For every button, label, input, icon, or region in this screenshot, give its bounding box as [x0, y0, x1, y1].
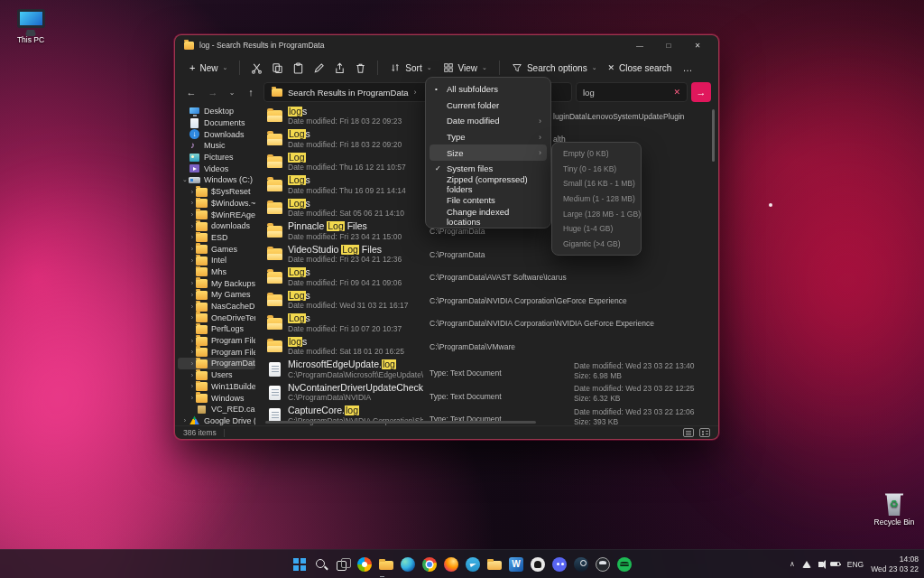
sidebar-item[interactable]: › Windows	[178, 392, 255, 404]
title-bar[interactable]: log - Search Results in ProgramData — □ …	[175, 35, 718, 55]
recycle-bin-desktop-icon[interactable]: ♻ Recycle Bin	[866, 493, 922, 527]
back-button[interactable]: ←	[182, 83, 200, 101]
sidebar-item[interactable]: Desktop	[178, 106, 255, 117]
expander-icon[interactable]: ›	[189, 246, 196, 252]
sidebar-item[interactable]: › Users	[178, 369, 255, 381]
expander-icon[interactable]: ›	[189, 314, 196, 321]
vertical-scrollbar[interactable]	[712, 109, 715, 162]
sort-button[interactable]: Sort ⌄	[384, 57, 437, 79]
result-row[interactable]: VideoStudio Log Files Date modified: Fri…	[258, 243, 718, 266]
task-view-icon[interactable]	[333, 555, 353, 574]
search-go-button[interactable]: →	[691, 82, 711, 102]
recent-locations-button[interactable]: ⌄	[226, 83, 238, 101]
copy-button[interactable]	[267, 58, 288, 79]
close-button[interactable]: ✕	[686, 36, 709, 54]
forward-button[interactable]: →	[204, 83, 222, 101]
sidebar-item[interactable]: PerfLogs	[178, 323, 255, 335]
sidebar-item[interactable]: Documents	[178, 117, 255, 129]
share-button[interactable]	[329, 58, 350, 79]
result-row[interactable]: NvContainerDriverUpdateCheck.log C:\Prog…	[258, 381, 718, 405]
expander-icon[interactable]: ›	[189, 395, 196, 401]
see-more-button[interactable]: …	[677, 62, 698, 73]
expander-icon[interactable]: ›	[189, 360, 196, 367]
expander-icon[interactable]: ›	[189, 257, 196, 264]
expander-icon[interactable]: ›	[189, 383, 196, 389]
sidebar-item[interactable]: › Program Files (x8	[178, 346, 255, 358]
sidebar-item[interactable]: › Games	[178, 243, 255, 255]
sidebar-item[interactable]: › My Backups	[178, 277, 255, 289]
menu-item[interactable]: Current folder	[430, 98, 547, 114]
battery-icon[interactable]	[830, 562, 840, 567]
sidebar-item[interactable]: VC_RED.cab	[178, 404, 255, 415]
obs-icon[interactable]	[593, 555, 613, 574]
sidebar-item[interactable]: › OneDriveTemp	[178, 312, 255, 323]
discord-icon[interactable]	[550, 555, 569, 574]
file-explorer-icon[interactable]	[376, 555, 396, 574]
up-button[interactable]: ↑	[242, 83, 260, 101]
menu-item[interactable]: Type ›	[430, 129, 547, 145]
size-filter-item[interactable]: Medium (1 - 128 MB)	[556, 191, 637, 207]
result-row[interactable]: Logs Date modified: Fri 09 04 21 09:06 C…	[258, 266, 718, 290]
wifi-icon[interactable]	[802, 561, 811, 568]
telegram-icon[interactable]	[463, 555, 483, 574]
size-filter-item[interactable]: Huge (1-4 GB)	[556, 221, 637, 237]
menu-item[interactable]: Date modified ›	[430, 113, 547, 129]
sidebar-item[interactable]: › Intel	[178, 255, 255, 266]
sidebar-item[interactable]: Music	[178, 140, 255, 152]
result-row[interactable]: logs Date modified: Sat 18 01 20 16:25 C…	[258, 335, 718, 359]
expander-icon[interactable]: ›	[189, 303, 196, 310]
close-search-button[interactable]: ✕ Close search	[603, 57, 678, 79]
chrome-icon[interactable]	[420, 555, 439, 574]
volume-icon[interactable]	[818, 562, 823, 567]
search-options-button[interactable]: Search options ⌄	[506, 57, 603, 79]
sidebar-item[interactable]: › NasCacheDirecto	[178, 301, 255, 312]
view-button[interactable]: View ⌄	[438, 57, 493, 79]
size-filter-item[interactable]: Empty (0 KB)	[556, 146, 637, 162]
cut-button[interactable]	[246, 58, 267, 79]
sidebar-item[interactable]: › $WinREAgent	[178, 209, 255, 220]
expander-icon[interactable]: ⌄	[181, 176, 189, 183]
size-filter-item[interactable]: Tiny (0 - 16 KB)	[556, 162, 637, 177]
result-row[interactable]: Logs Date modified: Wed 31 03 21 16:17 C…	[258, 289, 718, 312]
sidebar-item[interactable]: Pictures	[178, 152, 255, 163]
expander-icon[interactable]: ›	[189, 189, 196, 195]
this-pc-desktop-icon[interactable]: This PC	[2, 9, 60, 44]
spotify-icon[interactable]	[614, 555, 634, 574]
result-row[interactable]: Logs Date modified: Fri 10 07 20 10:37 C…	[258, 312, 718, 336]
expander-icon[interactable]: ›	[189, 338, 196, 344]
expander-icon[interactable]: ›	[181, 417, 189, 424]
start-icon[interactable]	[290, 555, 310, 574]
sidebar-item[interactable]: › ProgramData	[178, 358, 255, 369]
search-value[interactable]: log	[583, 88, 673, 98]
sidebar-item[interactable]: › Program Files	[178, 335, 255, 347]
expander-icon[interactable]: ›	[189, 223, 196, 229]
minimize-button[interactable]: —	[628, 36, 651, 54]
expander-icon[interactable]: ›	[189, 349, 196, 355]
new-button[interactable]: + New ⌄	[184, 57, 233, 79]
paste-button[interactable]	[288, 58, 309, 79]
clear-search-icon[interactable]: ✕	[673, 88, 680, 97]
sidebar-item[interactable]: Downloads	[178, 128, 255, 140]
hidden-icons-chevron[interactable]: ∧	[790, 560, 795, 568]
sidebar-item[interactable]: ⌄ Windows (C:)	[178, 174, 255, 186]
maximize-button[interactable]: □	[657, 36, 680, 54]
expander-icon[interactable]: ›	[189, 211, 196, 218]
menu-item[interactable]: • All subfolders	[430, 81, 547, 98]
firefox-icon[interactable]	[441, 555, 461, 574]
list-view-toggle[interactable]	[683, 428, 694, 437]
result-row[interactable]: MicrosoftEdgeUpdate.log C:\ProgramData\M…	[258, 359, 718, 382]
word-icon[interactable]	[506, 555, 526, 574]
menu-item[interactable]: Change indexed locations	[430, 209, 547, 225]
breadcrumb-text[interactable]: Search Results in ProgramData	[288, 88, 409, 98]
menu-item[interactable]: Zipped (compressed) folders	[430, 177, 547, 193]
size-filter-item[interactable]: Gigantic (>4 GB)	[556, 237, 637, 252]
folder-icon[interactable]	[485, 555, 504, 574]
edge-icon[interactable]	[398, 555, 418, 574]
sidebar-item[interactable]: › $Windows.~WS	[178, 198, 255, 210]
sidebar-item[interactable]: › Google Drive (G:)	[178, 415, 255, 425]
expander-icon[interactable]: ›	[189, 234, 196, 240]
horizontal-scrollbar[interactable]	[265, 421, 536, 424]
clock[interactable]: 14:08 Wed 23 03 22	[871, 555, 919, 573]
sidebar-item[interactable]: › ESD	[178, 232, 255, 244]
language-indicator[interactable]: ENG	[847, 560, 864, 569]
